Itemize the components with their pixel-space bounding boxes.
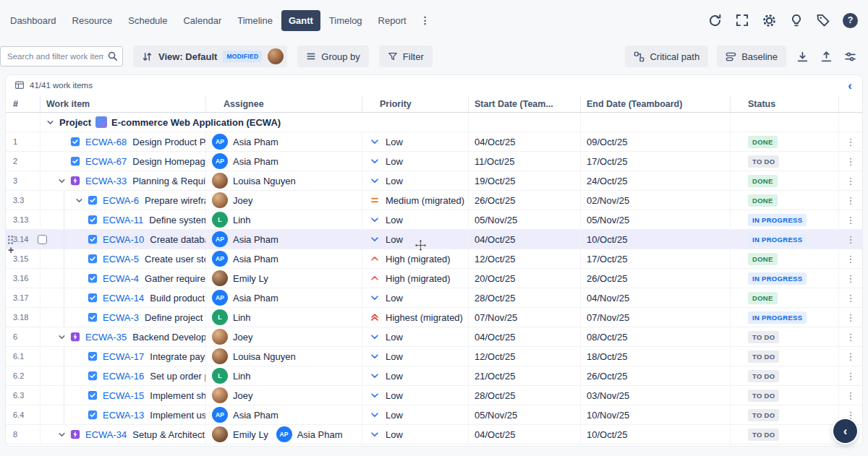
start-date-cell[interactable]: 28/Oct/25	[469, 288, 581, 307]
table-row[interactable]: 6.2ECWA-16Set up order pr...LLinhLow21/O…	[6, 366, 862, 386]
status-cell[interactable]: DONE	[731, 191, 839, 210]
row-menu-button[interactable]: ⋮	[839, 308, 862, 327]
priority-cell[interactable]: Low	[362, 288, 469, 307]
end-date-cell[interactable]: 17/Oct/25	[581, 152, 731, 171]
drag-handle[interactable]	[7, 235, 14, 245]
assignee-cell[interactable]: Emily LyAPAsia Pham	[206, 425, 362, 444]
table-row[interactable]: 6ECWA-35Backend Develop...JoeyLow04/Oct/…	[6, 327, 862, 347]
row-menu-button[interactable]: ⋮	[839, 152, 862, 171]
work-item-cell[interactable]: ECWA-3Define project s...	[41, 308, 206, 327]
upload-icon[interactable]	[819, 49, 834, 64]
end-date-cell[interactable]: 04/Nov/25	[581, 288, 731, 307]
priority-cell[interactable]: Low	[362, 210, 469, 229]
work-item-key[interactable]: ECWA-14	[103, 293, 144, 304]
start-date-cell[interactable]: 26/Oct/25	[469, 191, 581, 210]
row-menu-button[interactable]: ⋮	[839, 288, 862, 307]
status-cell[interactable]: TO DO	[731, 425, 839, 444]
assignee-cell[interactable]: APAsia Pham	[206, 405, 362, 424]
table-row[interactable]: +3.14ECWA-10Create databas...APAsia Pham…	[6, 230, 862, 249]
col-header-end-date[interactable]: End Date (Teamboard)	[581, 95, 731, 112]
priority-cell[interactable]: Low	[362, 132, 469, 151]
start-date-cell[interactable]: 19/Oct/25	[469, 171, 581, 190]
work-item-key[interactable]: ECWA-68	[85, 137, 127, 147]
row-menu-button[interactable]: ⋮	[839, 386, 862, 405]
work-item-key[interactable]: ECWA-15	[103, 390, 144, 401]
assignee-cell[interactable]: Joey	[206, 327, 362, 346]
work-item-key[interactable]: ECWA-67	[85, 156, 127, 167]
download-icon[interactable]	[795, 49, 810, 64]
expand-chevron-icon[interactable]	[56, 430, 67, 439]
status-cell[interactable]: IN PROGRESS	[731, 269, 839, 288]
start-date-cell[interactable]: 04/Oct/25	[469, 327, 581, 346]
status-cell[interactable]: IN PROGRESS	[731, 230, 839, 249]
status-cell[interactable]: TO DO	[731, 366, 839, 385]
status-cell[interactable]: TO DO	[731, 327, 839, 346]
work-item-cell[interactable]: ECWA-4Gather require...	[41, 269, 206, 288]
work-item-cell[interactable]: ECWA-33Planning & Requir...	[41, 171, 206, 190]
work-item-cell[interactable]: ECWA-6Prepare wirefra...	[41, 191, 206, 210]
assignee-cell[interactable]: LLinh	[206, 308, 362, 327]
row-menu-button[interactable]: ⋮	[839, 230, 862, 249]
assignee-cell[interactable]: Emily Ly	[206, 269, 362, 288]
end-date-cell[interactable]: 09/Oct/25	[581, 132, 731, 151]
end-date-cell[interactable]: 10/Oct/25	[581, 425, 731, 444]
expand-chevron-icon[interactable]	[74, 196, 84, 205]
work-item-cell[interactable]: ECWA-16Set up order pr...	[41, 366, 206, 385]
tab-gantt[interactable]: Gantt	[281, 10, 320, 31]
sync-icon[interactable]	[707, 13, 723, 28]
work-item-key[interactable]: ECWA-17	[103, 351, 144, 362]
view-selector[interactable]: View: Default MODIFIED	[133, 46, 287, 67]
end-date-cell[interactable]: 08/Oct/25	[581, 327, 731, 346]
status-cell[interactable]: IN PROGRESS	[731, 308, 839, 327]
start-date-cell[interactable]: 05/Nov/25	[469, 405, 581, 424]
help-icon[interactable]: ?	[843, 13, 858, 28]
work-item-key[interactable]: ECWA-6	[103, 195, 139, 206]
work-item-key[interactable]: ECWA-35	[85, 332, 127, 343]
end-date-cell[interactable]: 24/Oct/25	[581, 171, 731, 190]
assignee-cell[interactable]: APAsia Pham	[206, 249, 362, 268]
work-item-key[interactable]: ECWA-16	[103, 371, 144, 382]
status-cell[interactable]: TO DO	[731, 347, 839, 366]
critical-path-button[interactable]: Critical path	[625, 46, 708, 67]
row-menu-button[interactable]: ⋮	[839, 132, 862, 151]
tab-timeline[interactable]: Timeline	[230, 10, 280, 31]
work-item-cell[interactable]: ECWA-68Design Product P...	[41, 132, 206, 151]
collapse-panel-button[interactable]: ‹	[848, 79, 852, 92]
end-date-cell[interactable]: 03/Nov/25	[581, 386, 731, 405]
start-date-cell[interactable]: 28/Oct/25	[469, 386, 581, 405]
col-header-status[interactable]: Status	[731, 95, 839, 112]
row-menu-button[interactable]: ⋮	[839, 171, 862, 190]
col-header-work-item[interactable]: Work item	[41, 95, 206, 112]
tab-calendar[interactable]: Calendar	[176, 10, 229, 31]
col-header-priority[interactable]: Priority	[362, 95, 469, 112]
work-item-key[interactable]: ECWA-3	[103, 312, 139, 323]
table-row[interactable]: 6.4ECWA-13Implement use...APAsia PhamLow…	[6, 405, 862, 425]
priority-cell[interactable]: Low	[362, 405, 469, 424]
end-date-cell[interactable]: 05/Nov/25	[581, 210, 731, 229]
work-item-cell[interactable]: ECWA-10Create databas...	[41, 230, 206, 249]
work-item-cell[interactable]: ECWA-67Design Homepage	[41, 152, 206, 171]
sliders-icon[interactable]	[843, 49, 858, 64]
work-item-cell[interactable]: ECWA-15Implement sho...	[41, 386, 206, 405]
priority-cell[interactable]: High (migrated)	[362, 249, 469, 268]
tab-report[interactable]: Report	[371, 10, 414, 31]
start-date-cell[interactable]: 04/Oct/25	[469, 425, 581, 444]
table-row[interactable]: 3.3ECWA-6Prepare wirefra...JoeyMedium (m…	[6, 191, 862, 210]
table-row[interactable]: 6.1ECWA-17Integrate paym...Louisa Nguyen…	[6, 347, 862, 366]
settings-gear-icon[interactable]	[762, 13, 777, 28]
assignee-cell[interactable]: Joey	[206, 191, 362, 210]
row-menu-button[interactable]: ⋮	[839, 191, 862, 210]
row-menu-button[interactable]: ⋮	[839, 210, 862, 229]
status-cell[interactable]: TO DO	[731, 386, 839, 405]
work-item-key[interactable]: ECWA-11	[103, 215, 143, 225]
expand-chevron-icon[interactable]	[56, 176, 67, 186]
end-date-cell[interactable]: 26/Oct/25	[581, 366, 731, 385]
priority-cell[interactable]: Highest (migrated)	[362, 308, 469, 327]
table-row[interactable]: 3.16ECWA-4Gather require...Emily LyHigh …	[6, 269, 862, 288]
assignee-cell[interactable]: APAsia Pham	[206, 288, 362, 307]
status-cell[interactable]: TO DO	[731, 405, 839, 424]
row-menu-button[interactable]: ⋮	[839, 327, 862, 346]
tab-schedule[interactable]: Schedule	[121, 10, 174, 31]
work-item-cell[interactable]: ECWA-13Implement use...	[41, 405, 206, 424]
add-row-button[interactable]: +	[8, 245, 14, 255]
